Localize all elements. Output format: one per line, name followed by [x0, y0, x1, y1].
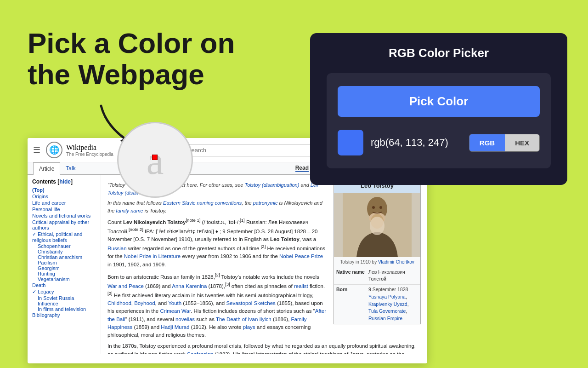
infobox-native-name-value: Лев Николаевич Толстой	[368, 269, 418, 283]
death-ivan-link[interactable]: The Death of Ivan Ilyich	[216, 316, 271, 322]
infobox-native-name: Native name Лев Николаевич Толстой	[334, 267, 420, 285]
toc-life[interactable]: Life and career	[32, 200, 96, 206]
crimean-link[interactable]: Crimean War	[160, 308, 191, 314]
toc-title: Contents [hide]	[32, 178, 96, 185]
toc-death[interactable]: Death	[32, 282, 96, 288]
toc-vegetarianism[interactable]: Vegetarianism	[32, 276, 96, 282]
tab-article[interactable]: Article	[33, 162, 60, 175]
anna-kar-link[interactable]: Anna Karenina	[172, 283, 207, 289]
svg-point-6	[379, 206, 382, 209]
wiki-infobox: Leo Tolstoy	[334, 178, 421, 324]
toc-personal[interactable]: Personal life	[32, 206, 96, 213]
toc-critical[interactable]: Critical appraisal by other authors	[32, 219, 96, 231]
toc-soviet[interactable]: In Soviet Russia	[32, 295, 96, 301]
toc-hide-btn[interactable]: hide	[59, 178, 71, 185]
born-place-link[interactable]: Yasnaya Polyana	[368, 294, 406, 299]
toc-origins[interactable]: Origins	[32, 193, 96, 200]
search-input[interactable]	[183, 144, 312, 156]
toc-legacy[interactable]: ✓ Legacy	[32, 288, 96, 295]
naming-conv-link[interactable]: Eastern Slavic naming conventions	[163, 200, 242, 206]
pick-color-button[interactable]: Pick Color	[338, 86, 540, 117]
hamburger-icon[interactable]: ☰	[33, 145, 40, 155]
toc-christian-anarchism[interactable]: Christian anarchism	[32, 254, 96, 260]
title-line1: Pick a Color on	[28, 28, 235, 59]
toc-films[interactable]: In films and television	[32, 306, 96, 312]
color-picker-title: RGB Color Picker	[327, 46, 551, 60]
infobox-caption-link[interactable]: Vladimir Chertkov	[378, 259, 414, 264]
toc-hunting[interactable]: Hunting	[32, 271, 96, 276]
family-name-link[interactable]: family name	[116, 208, 143, 213]
color-result-row: rgb(64, 113, 247) RGB HEX	[338, 130, 540, 155]
magnifier-content: a	[147, 136, 164, 184]
childhood-link[interactable]: Childhood	[107, 300, 131, 306]
format-rgb-button[interactable]: RGB	[469, 134, 505, 151]
toc-influence[interactable]: Influence	[32, 301, 96, 306]
wiki-content: Contents [hide] (Top) Origins Life and c…	[28, 175, 427, 354]
nobel-lit-link[interactable]: Nobel Prize in Literature	[124, 253, 181, 259]
infobox-native-name-label: Native name	[336, 269, 368, 283]
wiki-article-main: Leo Tolstoy	[101, 175, 427, 354]
russian-link[interactable]: Russian	[107, 246, 127, 251]
toc-bibliography[interactable]: Bibliography	[32, 312, 96, 318]
infobox-image	[334, 193, 420, 257]
toc-top[interactable]: (Top)	[32, 187, 96, 193]
color-value-text: rgb(64, 113, 247)	[371, 137, 462, 149]
infobox-caption: Tolstoy in 1910 by Vladimir Chertkov	[334, 257, 420, 267]
toc-christianity[interactable]: Christianity	[32, 249, 96, 254]
confession-link[interactable]: Confession	[187, 351, 214, 354]
realist-link[interactable]: realist	[294, 283, 308, 289]
article-para3: In the 1870s, Tolstoy experienced a prof…	[107, 342, 421, 354]
war-peace-link[interactable]: War and Peace	[107, 283, 144, 289]
wiki-logo-icon: 🌐	[46, 142, 62, 158]
nobel-peace-link[interactable]: Nobel Peace Prize	[279, 253, 323, 259]
wiki-toc: Contents [hide] (Top) Origins Life and c…	[28, 175, 101, 354]
svg-point-5	[372, 206, 375, 209]
color-swatch	[338, 130, 363, 155]
toc-pacifism[interactable]: Pacifism	[32, 260, 96, 265]
family-hap-link[interactable]: Family Happiness	[107, 316, 306, 330]
infobox-born-label: Born	[336, 286, 368, 322]
sevastopol-link[interactable]: Sevastopol Sketches	[226, 300, 275, 306]
format-toggle: RGB HEX	[469, 134, 540, 152]
tab-talk[interactable]: Talk	[60, 162, 81, 174]
color-picker-panel: RGB Color Picker Pick Color rgb(64, 113,…	[310, 33, 567, 185]
hadji-link[interactable]: Hadji Murad	[161, 324, 189, 330]
boyhood-link[interactable]: Boyhood	[134, 300, 155, 306]
format-hex-button[interactable]: HEX	[505, 134, 539, 151]
infobox-born-value: 9 September 1828 Yasnaya Polyana, Krapiv…	[368, 286, 418, 322]
title-line2: the Webpage	[28, 59, 235, 90]
main-title: Pick a Color on the Webpage	[28, 28, 235, 90]
toc-novels[interactable]: Novels and fictional works	[32, 213, 96, 219]
magnifier-overlay: a	[117, 122, 193, 198]
toc-ethical[interactable]: ✓ Ethical, political and religious belie…	[32, 231, 96, 243]
youth-link[interactable]: Youth	[168, 300, 181, 306]
tolstoy-disambig-link[interactable]: Tolstoy (disambiguation)	[245, 182, 300, 188]
tab-read[interactable]: Read	[295, 165, 309, 172]
patronymic-link[interactable]: patronymic	[253, 200, 278, 206]
plays-link[interactable]: plays	[243, 324, 255, 330]
novellas-link[interactable]: novellas	[175, 316, 195, 322]
toc-georgism[interactable]: Georgism	[32, 265, 96, 271]
svg-point-7	[370, 217, 384, 235]
infobox-born: Born 9 September 1828 Yasnaya Polyana, K…	[334, 284, 420, 324]
toc-schopenhauer[interactable]: Schopenhauer	[32, 243, 96, 249]
